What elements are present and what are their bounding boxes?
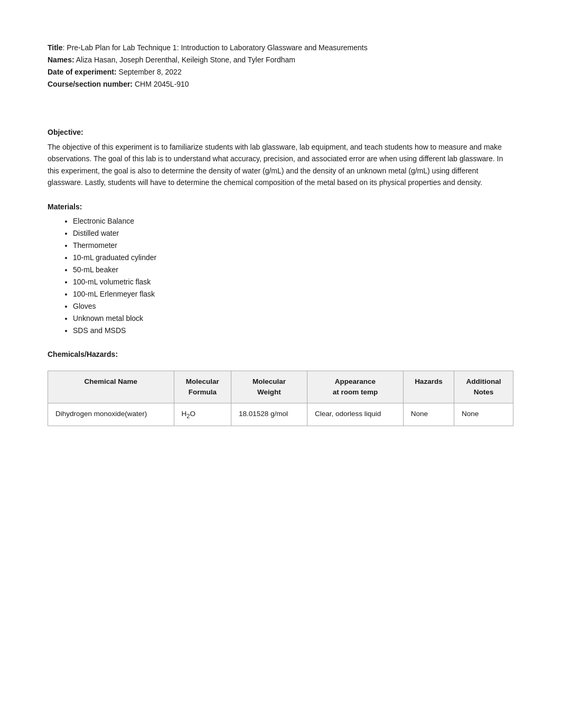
date-value: September 8, 2022 bbox=[119, 68, 182, 76]
title-value: : Pre-Lab Plan for Lab Technique 1: Intr… bbox=[63, 43, 368, 52]
title-line: Title: Pre-Lab Plan for Lab Technique 1:… bbox=[48, 42, 513, 53]
course-value: CHM 2045L-910 bbox=[135, 80, 189, 88]
materials-list: Electronic BalanceDistilled waterThermom… bbox=[48, 216, 513, 336]
names-label: Names: bbox=[48, 56, 74, 64]
table-column-header: Chemical Name bbox=[48, 371, 174, 403]
list-item: 100-mL volumetric flask bbox=[73, 277, 513, 288]
materials-section: Materials: Electronic BalanceDistilled w… bbox=[48, 201, 513, 336]
names-value: Aliza Hasan, Joseph Derenthal, Keileigh … bbox=[76, 56, 295, 64]
table-row: Dihydrogen monoxide(water)H2O18.01528 g/… bbox=[48, 403, 513, 426]
list-item: Electronic Balance bbox=[73, 216, 513, 227]
header-block: Title: Pre-Lab Plan for Lab Technique 1:… bbox=[48, 42, 513, 90]
names-line: Names: Aliza Hasan, Joseph Derenthal, Ke… bbox=[48, 54, 513, 66]
chemicals-table: Chemical NameMolecularFormulaMolecularWe… bbox=[48, 371, 513, 427]
table-cell-formula: H2O bbox=[174, 403, 231, 426]
date-label: Date of experiment: bbox=[48, 68, 117, 76]
table-column-header: MolecularWeight bbox=[231, 371, 307, 403]
table-cell-name: Dihydrogen monoxide(water) bbox=[48, 403, 174, 426]
chemicals-section: Chemicals/Hazards: Chemical NameMolecula… bbox=[48, 349, 513, 427]
table-column-header: AdditionalNotes bbox=[454, 371, 513, 403]
list-item: Distilled water bbox=[73, 228, 513, 239]
table-cell-weight: 18.01528 g/mol bbox=[231, 403, 307, 426]
table-column-header: MolecularFormula bbox=[174, 371, 231, 403]
table-cell-hazards: None bbox=[403, 403, 454, 426]
table-head: Chemical NameMolecularFormulaMolecularWe… bbox=[48, 371, 513, 403]
table-cell-appearance: Clear, odorless liquid bbox=[307, 403, 403, 426]
table-cell-notes: None bbox=[454, 403, 513, 426]
materials-title: Materials: bbox=[48, 201, 513, 213]
title-label: Title bbox=[48, 43, 63, 52]
list-item: 50-mL beaker bbox=[73, 264, 513, 275]
course-label: Course/section number: bbox=[48, 80, 133, 88]
table-body: Dihydrogen monoxide(water)H2O18.01528 g/… bbox=[48, 403, 513, 426]
list-item: Unknown metal block bbox=[73, 313, 513, 324]
objective-title: Objective: bbox=[48, 127, 513, 138]
objective-text: The objective of this experiment is to f… bbox=[48, 141, 513, 189]
table-header-row: Chemical NameMolecularFormulaMolecularWe… bbox=[48, 371, 513, 403]
list-item: 100-mL Erlenmeyer flask bbox=[73, 289, 513, 300]
table-column-header: Hazards bbox=[403, 371, 454, 403]
list-item: Gloves bbox=[73, 301, 513, 312]
list-item: 10-mL graduated cylinder bbox=[73, 252, 513, 263]
course-line: Course/section number: CHM 2045L-910 bbox=[48, 79, 513, 90]
date-line: Date of experiment: September 8, 2022 bbox=[48, 67, 513, 78]
table-column-header: Appearanceat room temp bbox=[307, 371, 403, 403]
list-item: SDS and MSDS bbox=[73, 325, 513, 336]
list-item: Thermometer bbox=[73, 240, 513, 251]
chemicals-title: Chemicals/Hazards: bbox=[48, 349, 513, 360]
objective-section: Objective: The objective of this experim… bbox=[48, 127, 513, 189]
spacer1 bbox=[48, 111, 513, 127]
